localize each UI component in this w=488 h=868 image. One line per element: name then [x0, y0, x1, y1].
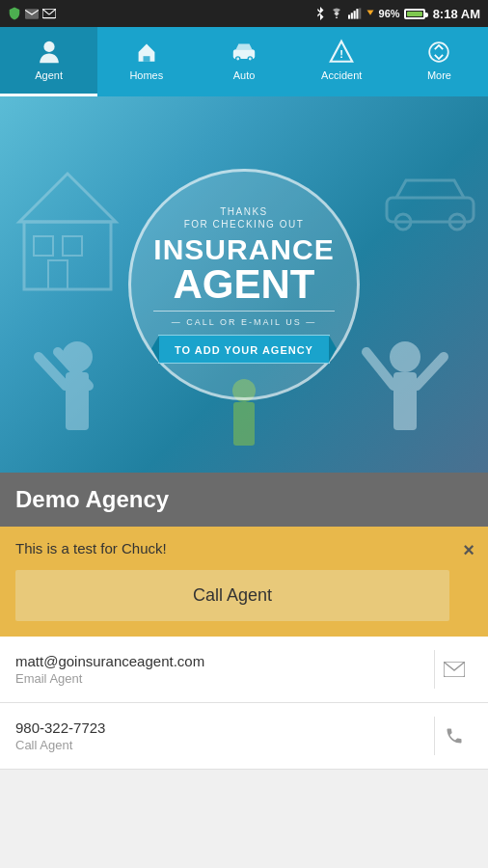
contact-email-address: matt@goinsuranceagent.com — [15, 653, 426, 669]
hero-section: THANKS FOR CHECKING OUT INSURANCE AGENT … — [0, 96, 488, 473]
badge-call-label: — CALL OR E-MAIL US — — [172, 317, 316, 327]
nav-item-agent[interactable]: Agent — [0, 27, 97, 96]
svg-line-36 — [417, 357, 444, 386]
svg-rect-22 — [63, 236, 82, 256]
contact-section: matt@goinsuranceagent.com Email Agent 98… — [0, 637, 488, 770]
signal-icon — [348, 7, 362, 20]
hero-car-illustration — [382, 174, 478, 231]
nav-label-auto: Auto — [233, 69, 256, 81]
svg-rect-32 — [233, 402, 255, 446]
nav-item-homes[interactable]: Homes — [97, 27, 195, 96]
nav-item-more[interactable]: More — [391, 27, 488, 96]
svg-rect-4 — [348, 14, 350, 18]
svg-point-33 — [390, 341, 420, 372]
badge-thanks-line2: FOR CHECKING OUT — [184, 219, 305, 230]
svg-rect-6 — [353, 11, 355, 18]
email-icon — [444, 662, 465, 677]
svg-marker-19 — [19, 174, 116, 222]
hero-badge: THANKS FOR CHECKING OUT INSURANCE AGENT … — [128, 169, 360, 400]
svg-rect-23 — [48, 260, 68, 289]
call-agent-button[interactable]: Call Agent — [15, 570, 449, 621]
svg-line-3 — [49, 9, 56, 14]
contact-phone-label: Call Agent — [15, 738, 426, 752]
badge-thanks-line1: THANKS — [220, 206, 268, 217]
status-bar: 96% 8:18 AM — [0, 0, 488, 27]
alert-box: × This is a test for Chuck! Call Agent — [0, 527, 488, 637]
navigation-bar: Agent Homes Auto ! Accident — [0, 27, 488, 96]
battery-level: 96% — [379, 8, 400, 19]
agency-name: Demo Agency — [15, 486, 473, 513]
nav-label-agent: Agent — [35, 69, 63, 81]
wifi-icon — [329, 7, 344, 20]
battery-icon — [404, 9, 425, 19]
badge-divider — [153, 311, 334, 312]
badge-insurance-text: INSURANCE — [153, 235, 334, 264]
svg-point-14 — [236, 58, 239, 61]
phone-action-button[interactable] — [434, 717, 473, 755]
hero-house-illustration — [10, 154, 125, 299]
contact-info-phone: 980-322-7723 Call Agent — [15, 719, 426, 752]
svg-line-35 — [366, 352, 393, 386]
svg-rect-10 — [143, 56, 149, 62]
agent-nav-icon — [36, 39, 63, 66]
svg-point-15 — [249, 58, 252, 61]
accident-nav-icon: ! — [328, 39, 355, 66]
contact-email-label: Email Agent — [15, 671, 426, 686]
contact-info-email: matt@goinsuranceagent.com Email Agent — [15, 653, 426, 686]
nav-label-more: More — [427, 69, 451, 81]
home-nav-icon — [133, 39, 160, 66]
contact-row-phone: 980-322-7723 Call Agent — [0, 703, 488, 770]
svg-text:!: ! — [339, 48, 343, 60]
contact-row-email: matt@goinsuranceagent.com Email Agent — [0, 637, 488, 703]
badge-agent-text: AGENT — [174, 264, 315, 305]
auto-nav-icon — [230, 39, 258, 66]
svg-rect-5 — [350, 13, 352, 18]
badge-banner-text: TO ADD YOUR AGENCY — [175, 344, 313, 356]
phone-icon — [445, 726, 464, 746]
nav-label-homes: Homes — [129, 69, 163, 81]
svg-rect-8 — [359, 8, 361, 18]
message-icon — [42, 9, 56, 19]
data-down-icon — [366, 7, 375, 20]
contact-phone-number: 980-322-7723 — [15, 719, 426, 736]
svg-rect-7 — [356, 9, 358, 19]
nav-label-accident: Accident — [321, 69, 362, 81]
svg-rect-21 — [34, 236, 53, 256]
status-time: 8:18 AM — [433, 7, 480, 21]
email-action-button[interactable] — [434, 650, 473, 689]
status-right-info: 96% 8:18 AM — [315, 7, 480, 21]
alert-message: This is a test for Chuck! — [15, 540, 449, 556]
security-icon — [8, 7, 21, 20]
gmail-icon — [25, 9, 39, 19]
svg-rect-34 — [393, 372, 417, 430]
alert-close-button[interactable]: × — [463, 540, 474, 559]
svg-line-2 — [42, 9, 49, 14]
bluetooth-icon — [315, 7, 325, 20]
svg-point-9 — [43, 41, 54, 52]
nav-item-accident[interactable]: ! Accident — [293, 27, 391, 96]
agency-section: Demo Agency — [0, 473, 488, 527]
more-nav-icon — [425, 39, 452, 66]
svg-rect-24 — [387, 198, 474, 222]
status-left-icons — [8, 7, 56, 20]
nav-item-auto[interactable]: Auto — [195, 27, 292, 96]
badge-banner: TO ADD YOUR AGENCY — [158, 335, 330, 364]
